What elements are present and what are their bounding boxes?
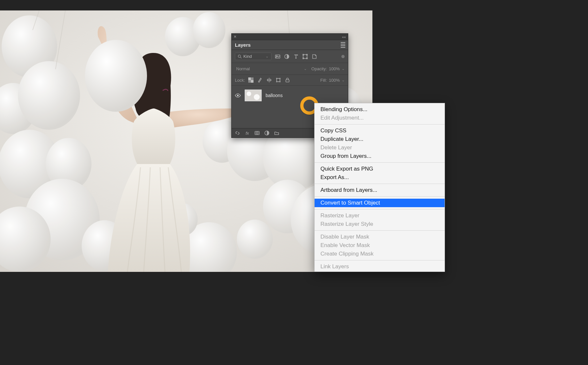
new-group-icon[interactable] — [274, 130, 279, 136]
lock-pixels-icon[interactable] — [257, 77, 263, 83]
blend-mode-value: Normal — [236, 66, 250, 71]
context-menu-item: Disable Layer Mask — [315, 233, 445, 241]
context-menu-item[interactable]: Group from Layers... — [315, 152, 445, 160]
svg-rect-37 — [248, 77, 251, 80]
panel-titlebar[interactable]: ✕ «« — [232, 34, 348, 40]
svg-line-27 — [240, 57, 241, 58]
layer-style-fx-icon[interactable]: fx — [245, 130, 250, 136]
context-menu-item[interactable]: Duplicate Layer... — [315, 135, 445, 143]
filter-shape-icon[interactable] — [302, 54, 308, 59]
context-menu-item: Rasterize Layer Style — [315, 220, 445, 228]
adjustment-layer-icon[interactable] — [264, 130, 270, 136]
layer-name[interactable]: balloons — [266, 93, 283, 98]
context-menu-item[interactable]: Export As... — [315, 173, 445, 182]
context-menu-separator — [315, 209, 445, 209]
opacity-label: Opacity: — [311, 66, 327, 71]
filter-kind-dropdown[interactable]: Kind ⌄ — [235, 53, 271, 60]
panel-tab-row: Layers — [232, 40, 348, 50]
lock-row: Lock: Fill: 100% ⌄ — [232, 75, 348, 86]
filter-kind-label: Kind — [243, 54, 252, 59]
layers-tab[interactable]: Layers — [235, 42, 251, 48]
blend-mode-dropdown[interactable]: Normal ⌄ — [235, 66, 308, 72]
svg-rect-44 — [286, 80, 289, 82]
layer-filter-row: Kind ⌄ — [232, 50, 348, 63]
layer-row[interactable]: balloons — [232, 88, 348, 103]
panel-collapse-button[interactable]: «« — [342, 35, 346, 39]
context-menu-separator — [315, 260, 445, 260]
svg-point-25 — [85, 40, 147, 112]
panel-menu-icon[interactable] — [341, 42, 345, 48]
lock-transparency-icon[interactable] — [248, 77, 253, 83]
context-menu-item: Create Clipping Mask — [315, 250, 445, 258]
lock-label: Lock: — [235, 78, 245, 83]
filter-pixel-icon[interactable] — [275, 54, 281, 59]
opacity-value[interactable]: 100% — [329, 66, 340, 71]
context-menu-separator — [315, 184, 445, 184]
context-menu-item: Link Layers — [315, 262, 445, 271]
visibility-toggle-icon[interactable] — [235, 93, 241, 97]
filter-type-icon[interactable] — [293, 54, 299, 59]
context-menu-item[interactable]: Blending Options... — [315, 105, 445, 114]
svg-point-26 — [238, 55, 241, 58]
svg-point-10 — [193, 12, 225, 48]
fill-label: Fill: — [320, 78, 327, 83]
svg-point-3 — [18, 61, 80, 130]
context-menu-separator — [315, 230, 445, 231]
lock-artboard-icon[interactable] — [276, 77, 281, 83]
svg-rect-38 — [251, 80, 253, 83]
panel-close-button[interactable]: ✕ — [234, 35, 237, 39]
add-mask-icon[interactable] — [254, 130, 260, 136]
blend-mode-row: Normal ⌄ Opacity: 100% ⌄ — [232, 63, 348, 75]
context-menu-item: Enable Vector Mask — [315, 241, 445, 250]
context-menu-separator — [315, 196, 445, 197]
context-menu-item: Edit Adjustment... — [315, 114, 445, 122]
context-menu-item[interactable]: Quick Export as PNG — [315, 165, 445, 173]
lock-position-icon[interactable] — [267, 77, 272, 83]
layer-context-menu: Blending Options...Edit Adjustment...Cop… — [314, 103, 445, 272]
chevron-down-icon[interactable]: ⌄ — [342, 78, 345, 82]
search-icon — [238, 55, 242, 58]
svg-point-45 — [237, 94, 238, 96]
context-menu-separator — [315, 162, 445, 163]
context-menu-item: Rasterize Layer — [315, 211, 445, 220]
filter-toggle-switch[interactable] — [341, 55, 345, 58]
svg-point-47 — [256, 132, 258, 134]
chevron-down-icon: ⌄ — [266, 54, 269, 58]
context-menu-separator — [315, 124, 445, 124]
filter-smartobject-icon[interactable] — [311, 54, 317, 59]
chevron-down-icon[interactable]: ⌄ — [342, 67, 345, 71]
fill-value[interactable]: 100% — [329, 78, 340, 83]
link-layers-icon[interactable] — [235, 130, 240, 136]
chevron-down-icon: ⌄ — [304, 67, 307, 71]
context-menu-item[interactable]: Convert to Smart Object — [315, 199, 445, 207]
context-menu-item: Delete Layer — [315, 143, 445, 152]
context-menu-item[interactable]: Artboard from Layers... — [315, 186, 445, 194]
context-menu-item[interactable]: Copy CSS — [315, 126, 445, 135]
filter-adjustment-icon[interactable] — [284, 54, 290, 59]
svg-rect-39 — [277, 78, 280, 82]
layer-thumbnail[interactable] — [245, 90, 262, 101]
lock-all-icon[interactable] — [285, 77, 290, 83]
svg-point-17 — [237, 220, 273, 259]
